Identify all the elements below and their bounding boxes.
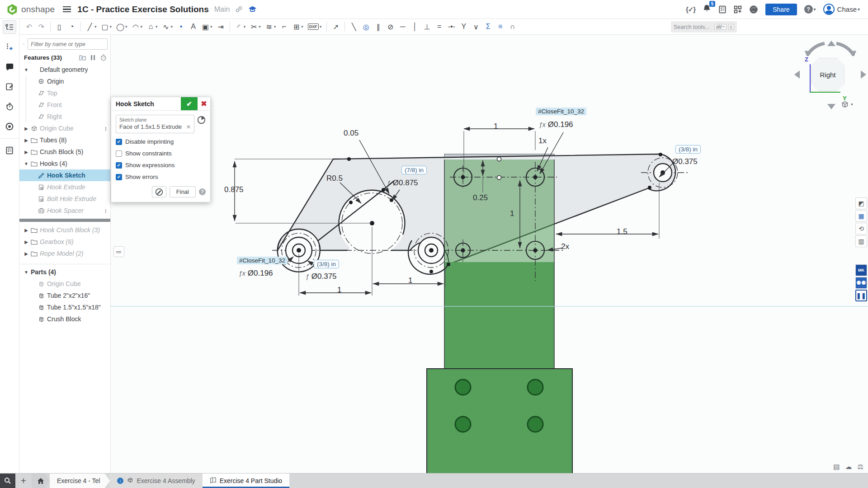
- spline-button[interactable]: ∿▾: [160, 21, 175, 33]
- new-tab-button[interactable]: +: [15, 474, 32, 488]
- tree-caret-icon[interactable]: ▶: [23, 239, 29, 244]
- main-menu-icon[interactable]: [63, 5, 71, 14]
- tree-item-origin-cube[interactable]: ▶Origin Cube⁝: [19, 122, 110, 134]
- perpendicular-constraint-button[interactable]: ⊥: [421, 21, 433, 33]
- tree-item-hook-spacer[interactable]: Hook Spacer⁝: [19, 205, 110, 216]
- part-item-crush-block[interactable]: Crush Block: [19, 313, 110, 325]
- rotate-up-arrow[interactable]: [827, 41, 835, 46]
- dim-badge-closefit-bottom[interactable]: #CloseFit_10_32: [237, 257, 288, 264]
- rotate-left-arrow[interactable]: [794, 70, 800, 79]
- tree-item-hook-extrude[interactable]: Hook Extrude: [19, 181, 110, 193]
- point-button[interactable]: •: [175, 21, 187, 32]
- curvature-constraint-button[interactable]: ∩: [507, 21, 518, 32]
- dim-one-top[interactable]: 1: [494, 122, 498, 131]
- search-tools-box[interactable]: Search tools... alt/~ c: [671, 21, 737, 33]
- dim-one-bottom-center[interactable]: 1: [408, 276, 412, 285]
- normal-constraint-button[interactable]: Y: [458, 21, 469, 32]
- insert-image-button[interactable]: ▯: [54, 21, 65, 33]
- dim-badge-closefit-top[interactable]: #CloseFit_10_32: [536, 108, 586, 115]
- tree-item-hook-crush-block-3-[interactable]: ▶Hook Crush Block (3): [19, 224, 110, 236]
- dim-badge-78[interactable]: (7/8) in: [401, 166, 427, 174]
- dim-badge-38-right[interactable]: (3/8) in: [675, 145, 701, 154]
- pattern-button[interactable]: ⊞▾: [291, 21, 305, 33]
- view-cube-face[interactable]: Right: [811, 58, 844, 91]
- fix-constraint-button[interactable]: ≡: [495, 21, 506, 32]
- new-folder-icon[interactable]: [79, 55, 86, 61]
- polygon-button[interactable]: ⌂▾: [145, 21, 160, 32]
- tree-item-bolt-hole-extrude[interactable]: Bolt Hole Extrude: [19, 193, 110, 205]
- coincident-constraint-button[interactable]: ╲: [348, 21, 359, 33]
- redo-button[interactable]: ↷: [36, 21, 47, 33]
- appearance-panel-icon[interactable]: ◩: [855, 197, 867, 209]
- text-button[interactable]: A: [188, 21, 199, 32]
- tree-caret-icon[interactable]: ▶: [23, 251, 29, 256]
- tree-caret-icon[interactable]: ▼: [23, 67, 29, 72]
- fillet-button[interactable]: ◜▾: [233, 21, 248, 33]
- trim-button[interactable]: ✂▾: [248, 21, 263, 33]
- feature-filter-input[interactable]: [28, 38, 108, 50]
- spell-check-icon[interactable]: [3, 120, 16, 133]
- release-notes-icon[interactable]: [718, 5, 726, 14]
- kebab-menu-icon[interactable]: ⁝: [105, 207, 107, 214]
- tree-item-gearbox-6-[interactable]: ▶Gearbox (6): [19, 236, 110, 248]
- checkbox-disable-imprinting[interactable]: ✔ Disable imprinting: [116, 138, 206, 145]
- dim-dia-0375-bottom[interactable]: ƒØ0.375: [306, 272, 337, 281]
- tree-item-crush-block-5-[interactable]: ▶Crush Block (5): [19, 146, 110, 158]
- horizontal-constraint-button[interactable]: ─: [397, 21, 408, 32]
- dim-dia-0196-bottom[interactable]: ƒxØ0.196: [239, 269, 273, 278]
- tree-caret-icon[interactable]: ▶: [23, 138, 29, 143]
- rectangle-button[interactable]: ▢▾: [99, 21, 114, 33]
- arc-button[interactable]: ◠▾: [130, 21, 145, 33]
- help-menu[interactable]: ? ▾: [804, 5, 816, 14]
- undo-button[interactable]: ↶: [24, 21, 35, 33]
- circle-button[interactable]: ◯▾: [114, 21, 129, 33]
- dim-one-five[interactable]: 1.5: [617, 227, 627, 236]
- feature-list-toggle-icon[interactable]: [3, 20, 16, 34]
- measure-scale-icon[interactable]: ⚖: [858, 463, 863, 471]
- dim-radius[interactable]: R0.5: [326, 174, 343, 183]
- regen-timer-icon[interactable]: [100, 54, 107, 61]
- parallel-constraint-button[interactable]: ∥: [373, 21, 384, 33]
- concentric-constraint-button[interactable]: ◎: [360, 21, 372, 33]
- mirror-button[interactable]: ⇥: [215, 21, 226, 33]
- tree-item-default-geometry[interactable]: ▼Default geometry: [19, 64, 110, 75]
- tree-item-origin[interactable]: Origin: [19, 75, 110, 87]
- part-item-tube-2-x2-x16-[interactable]: Tube 2"x2"x16": [19, 290, 110, 301]
- slot-button[interactable]: ▣▾: [200, 21, 214, 33]
- pierce-constraint-button[interactable]: ∨: [470, 21, 481, 33]
- sketch-plane-field[interactable]: Sketch plane Face of 1.5x1.5 Extrude ✕: [116, 115, 194, 133]
- comments-icon[interactable]: [3, 60, 16, 74]
- equal-constraint-button[interactable]: =: [434, 21, 445, 32]
- user-menu[interactable]: Chase ▾: [823, 4, 860, 15]
- dim-count-1x[interactable]: 1x: [538, 136, 547, 145]
- learning-center-icon[interactable]: [248, 5, 257, 13]
- notifications-bell-icon[interactable]: 5: [703, 4, 711, 14]
- panel-collapse-handle[interactable]: ≔: [113, 246, 124, 257]
- doc-tab-exercise-4-assembly[interactable]: ↓Exercise 4 Assembly: [110, 474, 202, 488]
- dialog-help-icon[interactable]: ?: [199, 188, 206, 195]
- filter-funnel-icon[interactable]: [23, 41, 24, 48]
- import-dxf-button[interactable]: DXF▾: [306, 22, 324, 31]
- rotate-down-arrow[interactable]: [827, 104, 835, 109]
- view-menu-cube-icon[interactable]: ▾: [841, 100, 853, 108]
- dim-dia-0375-right[interactable]: Ø0.375: [672, 157, 698, 166]
- app-store-icon[interactable]: [734, 5, 742, 14]
- dim-quarter[interactable]: 0.25: [473, 193, 488, 202]
- symmetric-constraint-button[interactable]: Σ: [482, 21, 494, 32]
- home-tab-icon[interactable]: [32, 474, 50, 488]
- measure-button[interactable]: ↗: [330, 21, 341, 33]
- dim-count-2x[interactable]: 2x: [561, 242, 569, 251]
- copy-link-icon[interactable]: [235, 5, 243, 13]
- tree-item-hooks-4-[interactable]: ▼Hooks (4): [19, 158, 110, 169]
- dim-one-bottom-left[interactable]: 1: [337, 286, 341, 295]
- offset-button[interactable]: ≋▾: [264, 21, 278, 33]
- tab-search-icon[interactable]: [0, 474, 15, 488]
- tree-caret-icon[interactable]: ▼: [23, 161, 29, 166]
- history-timer-icon[interactable]: [3, 100, 16, 113]
- line-button[interactable]: ╱▾: [84, 21, 99, 33]
- share-button[interactable]: Share: [765, 4, 797, 15]
- vertical-constraint-button[interactable]: │: [409, 21, 420, 32]
- midpoint-constraint-button[interactable]: -•-: [446, 21, 457, 32]
- notes-icon[interactable]: [3, 80, 16, 94]
- workspace-name[interactable]: Main: [214, 5, 230, 14]
